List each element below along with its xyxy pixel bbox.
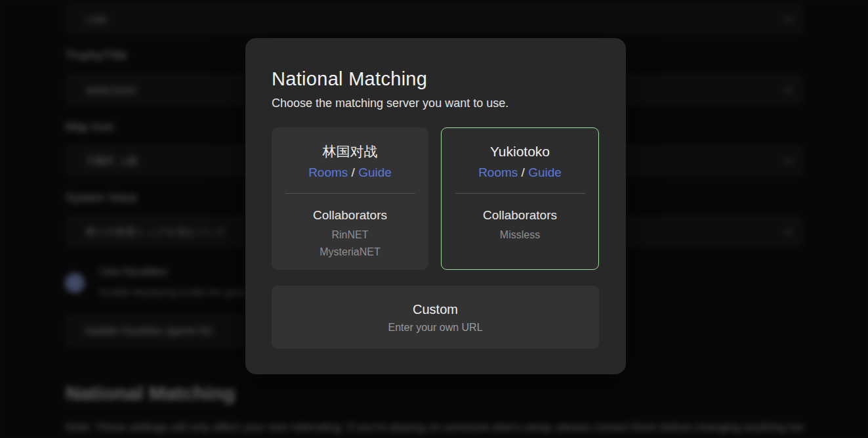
guide-link[interactable]: Guide [528,165,562,179]
custom-card-title: Custom [413,301,458,318]
rooms-link[interactable]: Rooms [478,165,518,179]
rooms-link[interactable]: Rooms [308,165,348,179]
collaborators-heading: Collaborators [483,207,557,223]
national-matching-modal: National Matching Choose the matching se… [245,38,626,374]
server-options-row: 林国对战 Rooms / Guide Collaborators RinNET … [272,127,600,270]
server-links: Rooms / Guide [478,164,562,181]
modal-subtitle: Choose the matching server you want to u… [272,95,600,111]
server-name: Yukiotoko [490,142,550,160]
collaborator-name: RinNET [331,229,368,242]
link-separator: / [352,165,359,179]
card-divider [285,193,415,194]
link-separator: / [522,165,529,179]
server-name: 林国对战 [323,142,378,160]
server-links: Rooms / Guide [308,164,392,181]
collaborator-name: MysteriaNET [320,246,380,259]
collaborators-heading: Collaborators [313,207,387,223]
server-card-yukiotoko[interactable]: Yukiotoko Rooms / Guide Collaborators Mi… [441,127,599,270]
modal-title: National Matching [272,67,600,91]
custom-server-card[interactable]: Custom Enter your own URL [272,286,599,349]
custom-card-subtitle: Enter your own URL [388,321,482,334]
card-divider [455,193,585,194]
server-card-linguo[interactable]: 林国对战 Rooms / Guide Collaborators RinNET … [272,127,428,270]
collaborator-name: Missless [500,229,540,242]
guide-link[interactable]: Guide [358,165,392,179]
